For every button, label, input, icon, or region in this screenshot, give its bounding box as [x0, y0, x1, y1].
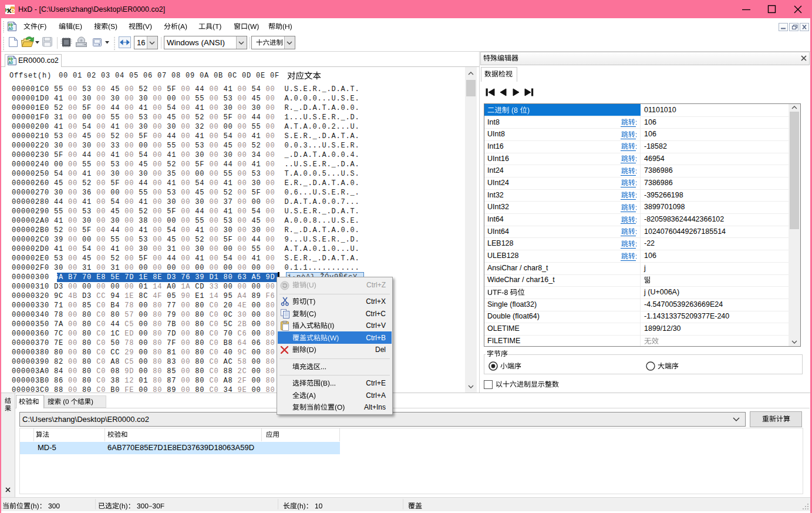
svg-text:AO: AO	[8, 61, 13, 65]
svg-text:AO: AO	[8, 27, 13, 31]
svg-text:D: D	[11, 7, 15, 14]
svg-text:x: x	[7, 6, 12, 15]
